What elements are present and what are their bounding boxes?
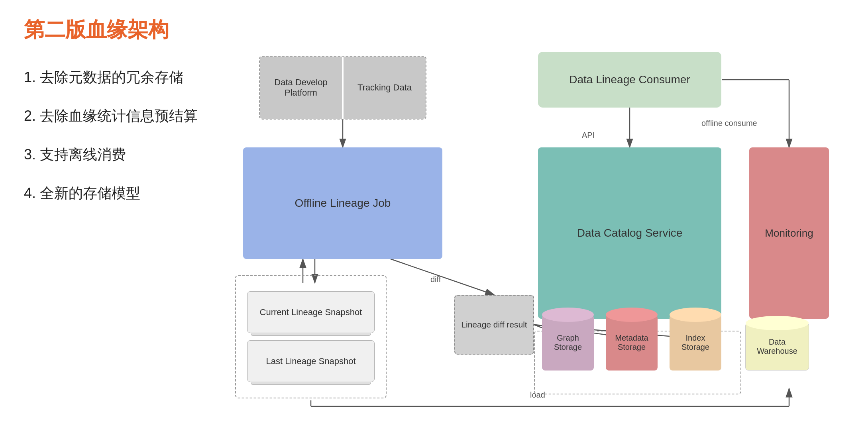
data-warehouse-body: Data Warehouse [745,323,809,371]
graph-storage: Graph Storage [542,315,594,371]
data-develop-platform: Data Develop Platform [260,57,342,119]
load-label: load [530,390,545,400]
last-lineage-snapshot: Last Lineage Snapshot [247,340,375,382]
metadata-storage-label: Metadata Storage [609,333,654,352]
snapshot-box: Current Lineage Snapshot Last Lineage Sn… [235,275,387,398]
index-storage-label: Index Storage [673,333,718,352]
top-source-box: Data Develop Platform Tracking Data [259,56,426,120]
bullet-4: 4. 全新的存储模型 [24,184,198,203]
page-title: 第二版血缘架构 [24,16,169,44]
bullet-3: 3. 支持离线消费 [24,145,198,165]
architecture-diagram: Data Develop Platform Tracking Data Offl… [211,40,849,418]
data-warehouse-label: Data Warehouse [749,337,805,356]
index-storage: Index Storage [670,315,721,371]
monitoring-box: Monitoring [749,147,829,319]
data-warehouse: Data Warehouse [745,323,809,371]
data-catalog-service: Data Catalog Service [538,147,721,319]
metadata-storage: Metadata Storage [606,315,658,371]
bullet-1: 1. 去除元数据的冗余存储 [24,68,198,87]
svg-line-5 [391,259,494,295]
bullet-list: 1. 去除元数据的冗余存储 2. 去除血缘统计信息预结算 3. 支持离线消费 4… [24,68,198,203]
diff-label: diff [430,275,441,284]
index-storage-body: Index Storage [670,315,721,371]
graph-storage-label: Graph Storage [545,333,591,352]
graph-storage-body: Graph Storage [542,315,594,371]
current-lineage-snapshot: Current Lineage Snapshot [247,291,375,333]
data-lineage-consumer: Data Lineage Consumer [538,52,721,108]
api-label: API [582,131,595,140]
offline-lineage-job: Offline Lineage Job [243,147,442,259]
lineage-diff-result: Lineage diff result [454,295,534,355]
metadata-storage-body: Metadata Storage [606,315,658,371]
tracking-data: Tracking Data [344,57,426,119]
offline-consume-label: offline consume [701,119,757,128]
bullet-2: 2. 去除血缘统计信息预结算 [24,106,198,126]
